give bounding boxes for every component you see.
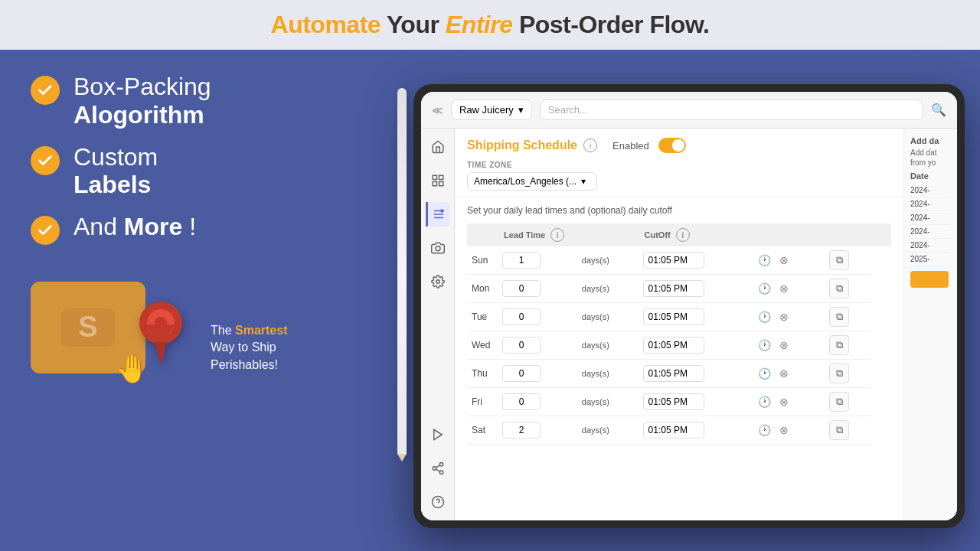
sidebar-item-send[interactable] (426, 422, 450, 447)
day-label-6: Sat (467, 416, 498, 445)
sidebar-item-home[interactable] (426, 135, 450, 159)
tagline-prefix: The (211, 324, 235, 337)
timezone-label: TIME ZONE (467, 161, 891, 169)
clock-icon-0[interactable]: 🕐 (756, 252, 773, 269)
right-panel-subtitle: Add dat (910, 148, 951, 157)
lead-time-input-1[interactable] (502, 280, 541, 297)
clear-icon-1[interactable]: ⊗ (776, 280, 792, 297)
clock-icon-5[interactable]: 🕐 (756, 393, 773, 410)
lead-time-input-2[interactable] (502, 308, 541, 325)
copy-cell-5: ⧉ (825, 388, 871, 416)
days-label-cell-0: days(s) (574, 246, 639, 275)
cutoff-input-2[interactable] (643, 308, 704, 325)
lead-time-info-icon[interactable]: i (550, 228, 564, 242)
sidebar-bottom (426, 422, 450, 514)
lead-time-input-3[interactable] (502, 337, 541, 354)
sidebar-item-share[interactable] (426, 456, 450, 481)
days-label-2: days(s) (579, 312, 609, 321)
search-icon[interactable]: 🔍 (931, 103, 946, 117)
clock-icon-2[interactable]: 🕐 (756, 308, 773, 325)
lead-time-input-5[interactable] (502, 393, 541, 410)
right-panel-from: from yo (910, 158, 951, 167)
copy-button-4[interactable]: ⧉ (829, 364, 849, 383)
store-selector[interactable]: Raw Juicery ▾ (451, 99, 532, 120)
feature-3-suffix: ! (189, 213, 196, 240)
day-label-5: Fri (467, 388, 498, 416)
table-row: Sun days(s) 🕐 ⊗ ⧉ (467, 246, 891, 275)
sidebar-item-help[interactable] (426, 490, 450, 514)
timezone-select[interactable]: America/Los_Angeles (... ▾ (467, 172, 597, 191)
lead-time-input-0[interactable] (502, 252, 541, 269)
feature-1-bold: Alogorithm (74, 101, 211, 129)
clear-icon-0[interactable]: ⊗ (776, 252, 792, 269)
copy-button-5[interactable]: ⧉ (829, 392, 849, 412)
app-body: Shipping Schedule i Enabled TIME ZONE Am… (421, 129, 957, 520)
banner-automate: Automate (271, 11, 381, 38)
right-panel: Add da Add dat from yo Date 2024- 2024- … (903, 129, 957, 520)
tagline-suffix: Way to Ship (211, 341, 276, 354)
svg-point-19 (433, 467, 436, 471)
lead-time-input-6[interactable] (502, 422, 541, 439)
clock-icon-4[interactable]: 🕐 (756, 365, 773, 382)
date-item-3: 2024- (910, 211, 951, 225)
chevron-down-icon: ▾ (518, 104, 524, 116)
cutoff-cell-3 (639, 331, 752, 360)
clock-icon-3[interactable]: 🕐 (756, 337, 773, 354)
cutoff-input-5[interactable] (643, 393, 704, 410)
copy-button-0[interactable]: ⧉ (829, 250, 849, 270)
clock-icon-6[interactable]: 🕐 (756, 422, 773, 439)
tablet: ≪ Raw Juicery ▾ Search... 🔍 (413, 84, 965, 528)
svg-point-18 (439, 463, 443, 467)
sidebar-item-orders[interactable] (426, 168, 450, 193)
cutoff-input-6[interactable] (643, 422, 704, 439)
lead-time-input-4[interactable] (502, 365, 541, 382)
sidebar-item-camera[interactable] (426, 236, 450, 260)
banner-entire: Entire (446, 11, 513, 38)
clear-icon-4[interactable]: ⊗ (776, 365, 792, 382)
search-placeholder: Search... (548, 104, 588, 116)
days-label-cell-4: days(s) (574, 360, 639, 388)
cutoff-info-icon[interactable]: i (676, 228, 690, 242)
sidebar-item-shipping[interactable] (426, 202, 450, 227)
add-date-button[interactable] (910, 271, 949, 288)
sidebar-item-gear[interactable] (426, 269, 450, 294)
days-label-6: days(s) (579, 425, 609, 435)
main-content: Shipping Schedule i Enabled TIME ZONE Am… (455, 129, 903, 520)
banner-your: Your (387, 11, 446, 38)
clear-icon-6[interactable]: ⊗ (776, 422, 792, 439)
days-label-3: days(s) (579, 341, 609, 350)
cutoff-input-3[interactable] (643, 337, 704, 354)
timezone-value: America/Los_Angeles (... (474, 176, 577, 187)
feature-text-3: And More ! (74, 213, 196, 241)
tagline: The Smartest Way to Ship Perishables! (211, 322, 288, 373)
page-info-icon[interactable]: i (583, 139, 597, 152)
copy-button-1[interactable]: ⧉ (829, 279, 849, 298)
copy-button-3[interactable]: ⧉ (829, 335, 849, 355)
copy-button-6[interactable]: ⧉ (829, 420, 849, 440)
copy-button-2[interactable]: ⧉ (829, 307, 849, 327)
cutoff-time-icon-cell-1: 🕐 ⊗ (752, 275, 825, 303)
date-item-6: 2025- (910, 253, 951, 266)
copy-cell-2: ⧉ (825, 303, 871, 331)
feature-item-2: Custom Labels (31, 143, 360, 200)
table-row: Tue days(s) 🕐 ⊗ ⧉ (467, 303, 891, 331)
day-label-2: Tue (467, 303, 498, 331)
lead-time-cell-0 (498, 246, 574, 275)
cutoff-input-1[interactable] (643, 280, 704, 297)
feature-1-light: Box-Packing (74, 73, 211, 101)
cutoff-input-0[interactable] (643, 252, 704, 269)
search-input[interactable]: Search... (540, 99, 923, 120)
clear-icon-5[interactable]: ⊗ (776, 393, 792, 410)
clear-icon-3[interactable]: ⊗ (776, 337, 792, 354)
cutoff-input-4[interactable] (643, 365, 704, 382)
date-item-1: 2024- (910, 184, 951, 197)
date-item-2: 2024- (910, 197, 951, 211)
date-item-5: 2024- (910, 239, 951, 253)
col-cutoff: CutOff i (639, 223, 872, 246)
svg-rect-7 (433, 175, 436, 179)
clear-icon-2[interactable]: ⊗ (776, 308, 792, 325)
clock-icon-1[interactable]: 🕐 (756, 280, 773, 297)
lead-time-cell-3 (498, 331, 574, 360)
enabled-toggle[interactable] (658, 138, 686, 153)
expand-button[interactable]: ≪ (432, 104, 443, 116)
